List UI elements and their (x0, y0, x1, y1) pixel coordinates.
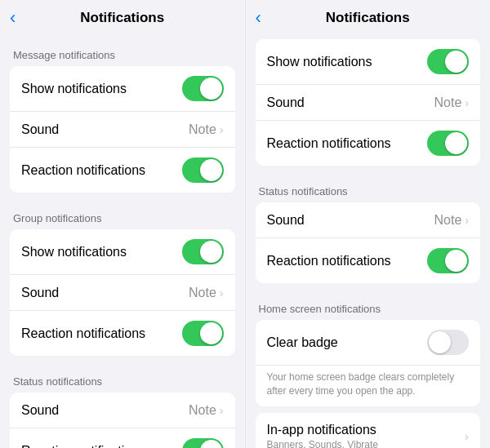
group-show-notifications-row[interactable]: Show notifications (10, 229, 235, 275)
left-panel-content: Message notifications Show notifications… (0, 36, 245, 448)
right-panel: ‹ Notifications Show notifications Sound… (246, 0, 491, 448)
right-sound-row[interactable]: Sound Note › (256, 85, 481, 121)
right-clear-badge-label: Clear badge (267, 335, 428, 350)
right-status-card: Sound Note › Reaction notifications (256, 202, 481, 283)
chevron-icon: › (220, 123, 224, 136)
chevron-icon: › (465, 96, 469, 109)
right-status-sound-value: Note (434, 213, 462, 228)
right-reaction-row[interactable]: Reaction notifications (256, 121, 481, 166)
right-status-sound-row[interactable]: Sound Note › (256, 202, 481, 238)
reaction-toggle[interactable] (182, 157, 224, 183)
right-inapp-sub-container: In-app notifications Banners, Sounds, Vi… (267, 423, 466, 448)
group-notifications-card: Show notifications Sound Note › Reaction… (10, 229, 235, 356)
right-show-notifications-row[interactable]: Show notifications (256, 39, 481, 85)
status-reaction-label: Reaction notifications (21, 444, 182, 449)
right-clear-badge-description: Your home screen badge clears completely… (256, 366, 481, 406)
group-reaction-row[interactable]: Reaction notifications (10, 311, 235, 356)
group-reaction-label: Reaction notifications (21, 326, 182, 341)
group-reaction-toggle[interactable] (182, 321, 224, 346)
right-sound-value: Note (434, 95, 462, 110)
right-panel-header: ‹ Notifications (246, 0, 491, 36)
right-status-reaction-row[interactable]: Reaction notifications (256, 238, 481, 283)
show-notifications-toggle[interactable] (182, 76, 224, 101)
toggle-knob (200, 78, 222, 100)
right-homescreen-card: Clear badge Your home screen badge clear… (256, 320, 481, 406)
toggle-knob (445, 51, 467, 73)
status-reaction-row[interactable]: Reaction notifications (10, 428, 235, 448)
chevron-icon: › (220, 404, 224, 417)
show-notifications-row[interactable]: Show notifications (10, 66, 235, 112)
status-sound-label: Sound (21, 403, 189, 418)
status-sound-value: Note (189, 403, 216, 418)
right-panel-title: Notifications (326, 10, 410, 26)
left-panel-title: Notifications (80, 10, 164, 26)
right-back-button[interactable]: ‹ (256, 9, 261, 27)
message-notifications-card: Show notifications Sound Note › Reaction… (10, 66, 235, 193)
section-label-group: Group notifications (0, 199, 245, 229)
toggle-knob (200, 322, 222, 344)
toggle-knob (200, 159, 222, 181)
right-section-label-homescreen: Home screen notifications (246, 290, 491, 320)
toggle-knob (445, 250, 467, 272)
group-show-label: Show notifications (21, 245, 182, 259)
left-panel-header: ‹ Notifications (0, 0, 245, 36)
right-panel-content: Show notifications Sound Note › Reaction… (246, 36, 491, 448)
right-show-toggle[interactable] (427, 49, 469, 74)
reaction-label: Reaction notifications (21, 163, 182, 178)
status-notifications-card: Sound Note › Reaction notifications (10, 393, 235, 448)
right-inapp-row[interactable]: In-app notifications Banners, Sounds, Vi… (256, 413, 481, 448)
right-reaction-label: Reaction notifications (267, 136, 428, 151)
toggle-knob (445, 132, 467, 154)
left-panel: ‹ Notifications Message notifications Sh… (0, 0, 245, 448)
right-inapp-label: In-app notifications (267, 423, 466, 437)
show-notifications-label: Show notifications (21, 82, 182, 96)
right-top-card: Show notifications Sound Note › Reaction… (256, 39, 481, 166)
sound-row[interactable]: Sound Note › (10, 112, 235, 148)
sound-label: Sound (21, 122, 189, 137)
toggle-knob (429, 331, 451, 353)
chevron-icon: › (220, 286, 224, 299)
right-inapp-chevron-icon: › (465, 430, 469, 443)
right-clear-badge-toggle[interactable] (427, 330, 469, 355)
right-inapp-card: In-app notifications Banners, Sounds, Vi… (256, 413, 481, 448)
reaction-notifications-row[interactable]: Reaction notifications (10, 148, 235, 193)
section-label-message: Message notifications (0, 36, 245, 66)
right-status-reaction-toggle[interactable] (427, 248, 469, 273)
section-label-status: Status notifications (0, 362, 245, 393)
group-sound-label: Sound (21, 286, 189, 300)
toggle-knob (200, 440, 222, 448)
right-sound-label: Sound (267, 95, 434, 110)
back-button[interactable]: ‹ (10, 9, 16, 27)
group-show-toggle[interactable] (182, 239, 224, 264)
right-section-label-status: Status notifications (246, 172, 491, 202)
group-sound-value: Note (189, 286, 216, 300)
right-show-label: Show notifications (267, 55, 428, 69)
right-status-sound-label: Sound (267, 213, 434, 228)
sound-value: Note (189, 122, 216, 137)
right-clear-badge-row[interactable]: Clear badge (256, 320, 481, 366)
status-reaction-toggle[interactable] (182, 438, 224, 448)
chevron-icon: › (465, 214, 469, 227)
right-status-reaction-label: Reaction notifications (267, 254, 428, 268)
right-inapp-sub: Banners, Sounds, Vibrate (267, 439, 466, 448)
toggle-knob (200, 241, 222, 263)
status-sound-row[interactable]: Sound Note › (10, 393, 235, 428)
right-reaction-toggle[interactable] (427, 131, 469, 156)
group-sound-row[interactable]: Sound Note › (10, 275, 235, 311)
